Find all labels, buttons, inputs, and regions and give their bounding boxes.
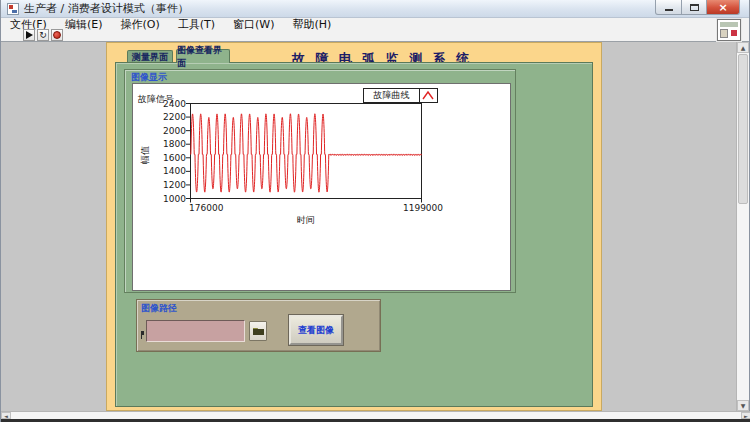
- menu-item-window[interactable]: 窗口(W): [224, 17, 283, 32]
- window-title: 生产者 / 消费者设计模式（事件）: [24, 1, 189, 16]
- legend-label: 故障曲线: [364, 89, 420, 102]
- plot-area: [182, 103, 426, 207]
- image-path-input[interactable]: [146, 320, 245, 342]
- view-image-button-label: 查看图像: [298, 324, 334, 337]
- window-controls: ×: [655, 0, 740, 15]
- labview-window: 生产者 / 消费者设计模式（事件） × 文件(F) 编辑(E) 操作(O) 工具…: [0, 0, 750, 422]
- vertical-scrollbar[interactable]: ▲ ▼: [736, 42, 749, 411]
- front-panel-background: 故 障 电 弧 监 测 系 统 测量界面 图像查看界面 图像显示 故障信号 故障…: [106, 42, 602, 411]
- image-path-group: 图像路径 查看图像: [136, 299, 381, 352]
- scroll-left-icon[interactable]: ◄: [1, 412, 11, 419]
- view-image-button[interactable]: 查看图像: [289, 315, 343, 345]
- run-continuous-button[interactable]: ↻: [37, 29, 49, 41]
- waveform-chart: 故障信号 故障曲线 100012001400160018002000220024…: [132, 83, 511, 291]
- menu-item-tools[interactable]: 工具(T): [169, 17, 224, 32]
- vertical-scrollbar-thumb[interactable]: [738, 54, 748, 204]
- menu-item-edit[interactable]: 编辑(E): [56, 17, 112, 32]
- labview-app-icon: [7, 3, 19, 15]
- minimize-button[interactable]: [655, 0, 682, 15]
- scroll-down-icon[interactable]: ▼: [737, 400, 749, 411]
- folder-icon: [252, 326, 265, 336]
- minimize-icon: [665, 9, 673, 11]
- run-continuous-icon: ↻: [39, 31, 47, 40]
- y-axis-title: 幅值: [139, 142, 161, 164]
- front-panel-area: 故 障 电 弧 监 测 系 统 测量界面 图像查看界面 图像显示 故障信号 故障…: [1, 42, 749, 411]
- scroll-up-icon[interactable]: ▲: [737, 42, 749, 53]
- run-icon: [26, 31, 33, 39]
- horizontal-scrollbar[interactable]: ◄ ►: [1, 411, 750, 419]
- chart-legend[interactable]: 故障曲线: [363, 88, 438, 103]
- legend-line-icon: [420, 89, 437, 102]
- menu-item-operate[interactable]: 操作(O): [111, 17, 168, 32]
- close-icon: ×: [718, 1, 727, 14]
- x-axis-title: 时间: [273, 214, 339, 227]
- vi-icon: [717, 19, 741, 41]
- scroll-right-icon[interactable]: ►: [741, 412, 750, 419]
- tab-image-view[interactable]: 图像查看界面: [176, 49, 230, 63]
- abort-button[interactable]: [51, 29, 63, 41]
- image-path-label: 图像路径: [141, 302, 177, 315]
- run-button[interactable]: [23, 29, 35, 41]
- title-bar: 生产者 / 消费者设计模式（事件） ×: [1, 0, 749, 18]
- close-button[interactable]: ×: [707, 0, 740, 15]
- tab-page-image-view: 图像显示 故障信号 故障曲线 1000120014001600180020002…: [115, 62, 593, 407]
- menu-item-help[interactable]: 帮助(H): [284, 17, 341, 32]
- toolbar: ↻: [1, 31, 749, 42]
- maximize-button[interactable]: [682, 0, 707, 15]
- browse-button[interactable]: [249, 321, 267, 341]
- tab-image-view-label: 图像查看界面: [177, 44, 229, 70]
- x-axis-max-label: 1199000: [395, 203, 451, 213]
- x-axis-min-label: 176000: [189, 203, 223, 213]
- menu-bar: 文件(F) 编辑(E) 操作(O) 工具(T) 窗口(W) 帮助(H): [1, 18, 749, 31]
- maximize-icon: [690, 4, 699, 11]
- image-display-group: 图像显示 故障信号 故障曲线 1000120014001600180020002…: [124, 69, 516, 293]
- abort-icon: [53, 31, 61, 39]
